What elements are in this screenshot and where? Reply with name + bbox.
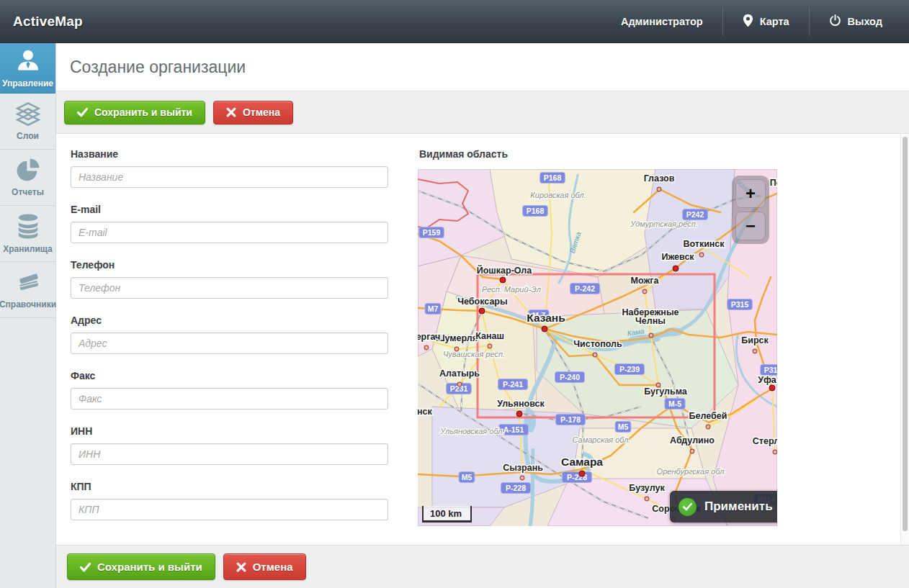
road-badge: Р-239 <box>615 364 645 375</box>
town-dot <box>649 333 653 338</box>
city-dot <box>769 385 775 391</box>
zoom-in-button[interactable]: + <box>735 179 766 208</box>
town-dot <box>699 253 704 257</box>
map-city-label: Саранск <box>418 407 432 417</box>
city-dot <box>542 326 547 332</box>
sidebar-item-label: Слои <box>17 131 39 141</box>
fax-field[interactable] <box>71 388 388 410</box>
map-region-label: Самарская обл. <box>572 435 630 444</box>
road-badge: Р168 <box>523 206 548 217</box>
page-title: Создание организации <box>70 58 246 77</box>
x-icon <box>226 107 236 117</box>
cancel-button[interactable]: Отмена <box>213 101 293 125</box>
x-icon <box>236 562 246 572</box>
road-badge: М5 <box>459 472 475 483</box>
svg-text:Р-241: Р-241 <box>503 380 523 389</box>
city-dot <box>500 277 506 283</box>
sidebar-item-storages[interactable]: Хранилища <box>0 206 55 262</box>
sidebar-item-management[interactable]: Управление <box>0 43 55 94</box>
header-actions: Администратор Карта <box>601 0 909 42</box>
svg-text:Р168: Р168 <box>527 207 545 215</box>
svg-text:Р168: Р168 <box>544 173 562 182</box>
map-city-label: Белебей <box>689 411 727 421</box>
apply-check-icon <box>679 498 697 516</box>
check-icon <box>80 562 91 572</box>
field-group-email: E-mail <box>71 204 388 243</box>
svg-text:Р-178: Р-178 <box>560 415 581 424</box>
name-field[interactable] <box>71 166 388 188</box>
address-field[interactable] <box>71 333 388 354</box>
sidebar-item-label: Хранилища <box>3 244 53 254</box>
map-city-label: Сергач <box>418 332 440 342</box>
scrollbar-thumb[interactable] <box>903 137 908 531</box>
map-city-label: Чебоксары <box>457 297 507 307</box>
power-icon <box>829 14 841 29</box>
map-city-label: Шумерля <box>436 333 478 343</box>
logout-link[interactable]: Выход <box>810 0 902 42</box>
road-badge: Р-228 <box>501 483 531 494</box>
map-city-label: Бузулук <box>629 483 665 493</box>
vertical-scrollbar[interactable] <box>900 134 909 545</box>
inn-field[interactable] <box>71 443 388 465</box>
svg-text:Р242: Р242 <box>686 210 704 219</box>
town-dot <box>657 187 661 191</box>
map-region-label: Ульяновская обл. <box>439 427 504 435</box>
sidebar-item-directories[interactable]: Справочники <box>0 262 55 318</box>
town-dot <box>642 289 647 294</box>
map-city-label: Казань <box>527 312 565 324</box>
road-badge: Р-178 <box>556 415 586 425</box>
sidebar-item-label: Отчеты <box>12 187 44 197</box>
road-badge: Р242 <box>683 209 708 220</box>
road-badge: Р-228 <box>563 472 592 483</box>
apply-button[interactable]: Применить <box>670 491 777 523</box>
bottom-action-bar: Сохранить и выйти Отмена <box>56 545 909 588</box>
map-widget[interactable]: Р168Р168Р159Р242Р-242М7М-7Р315Р315Р-240Р… <box>418 169 777 526</box>
map-city-label: Воткинск <box>683 239 725 249</box>
map-region-label: Респ. Марий-Эл <box>482 285 541 294</box>
page-header: Создание организации <box>56 43 909 91</box>
cancel-button-bottom[interactable]: Отмена <box>223 553 306 580</box>
svg-text:Р-242: Р-242 <box>575 284 595 293</box>
map-link[interactable]: Карта <box>723 0 809 42</box>
city-dot <box>579 471 585 476</box>
kpp-label: КПП <box>71 481 388 492</box>
zoom-out-button[interactable]: − <box>735 212 766 240</box>
svg-text:А-151: А-151 <box>503 425 524 434</box>
field-group-kpp: КПП <box>71 481 388 520</box>
phone-field[interactable] <box>71 277 388 299</box>
organization-form: Название E-mail Телефон Адрес Факс ИНН К… <box>71 148 388 536</box>
map-city-label: Канаш <box>475 331 504 341</box>
town-dot <box>593 353 597 357</box>
sidebar-nav: Управление Слои Отчеты <box>0 43 56 588</box>
svg-text:М5: М5 <box>462 473 473 481</box>
road-badge: М5 <box>615 422 631 433</box>
road-badge: Р315 <box>727 299 753 310</box>
sidebar-item-layers[interactable]: Слои <box>0 94 55 150</box>
city-dot <box>673 266 679 271</box>
layers-icon <box>15 101 41 126</box>
svg-text:М-5: М-5 <box>668 399 681 408</box>
road-badge: Р168 <box>540 173 565 184</box>
email-field[interactable] <box>71 222 388 243</box>
current-user[interactable]: Администратор <box>601 0 722 42</box>
map-canvas[interactable]: Р168Р168Р159Р242Р-242М7М-7Р315Р315Р-240Р… <box>418 169 777 526</box>
app-logo: ActiveMap <box>0 14 83 30</box>
svg-text:Р-228: Р-228 <box>506 484 526 492</box>
save-and-exit-button-bottom[interactable]: Сохранить и выйти <box>67 553 215 580</box>
town-dot <box>690 449 694 453</box>
kpp-field[interactable] <box>71 499 388 520</box>
map-zoom-control: + − <box>732 176 769 244</box>
name-label: Название <box>71 148 388 160</box>
svg-text:Р315: Р315 <box>764 366 777 374</box>
map-city-label: Сызрань <box>503 463 543 473</box>
map-pin-icon <box>743 14 753 30</box>
town-dot <box>753 349 757 353</box>
map-region-label: Кировская обл. <box>530 191 586 199</box>
svg-text:М5: М5 <box>618 422 629 431</box>
visible-area-label: Видимая область <box>419 148 508 160</box>
city-dot <box>479 308 485 314</box>
map-city-label: Йошкар-Ола <box>477 265 533 276</box>
save-and-exit-button[interactable]: Сохранить и выйти <box>64 101 205 125</box>
town-dot <box>424 345 429 350</box>
sidebar-item-reports[interactable]: Отчеты <box>0 150 55 206</box>
